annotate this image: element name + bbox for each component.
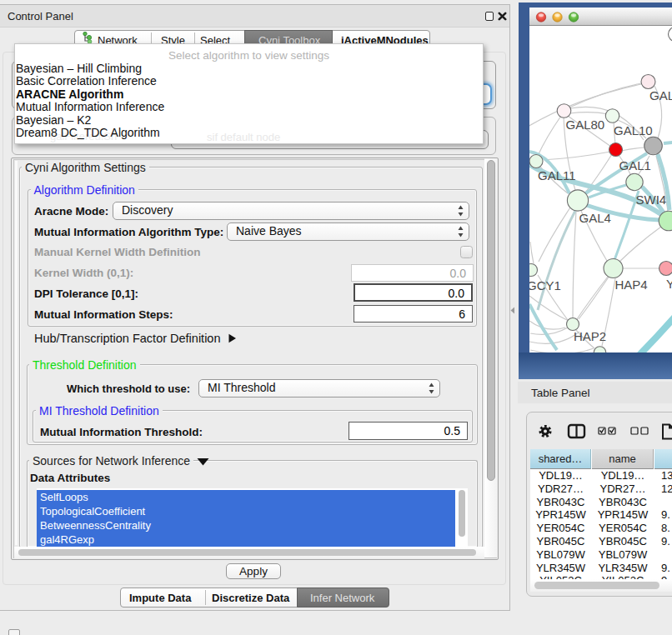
svg-text:GAL7: GAL7 [649,88,672,102]
svg-text:HAP2: HAP2 [574,329,606,343]
svg-text:GAL4: GAL4 [579,211,611,225]
svg-text:GAL1: GAL1 [619,158,651,172]
svg-text:HAP4: HAP4 [615,278,648,292]
svg-text:GAL11: GAL11 [538,168,576,182]
svg-text:GAL10: GAL10 [614,123,653,138]
svg-text:GCY1: GCY1 [529,278,561,292]
svg-text:YJ: YJ [666,277,672,291]
svg-text:GAL80: GAL80 [566,118,605,132]
svg-text:SWI4: SWI4 [636,192,667,207]
